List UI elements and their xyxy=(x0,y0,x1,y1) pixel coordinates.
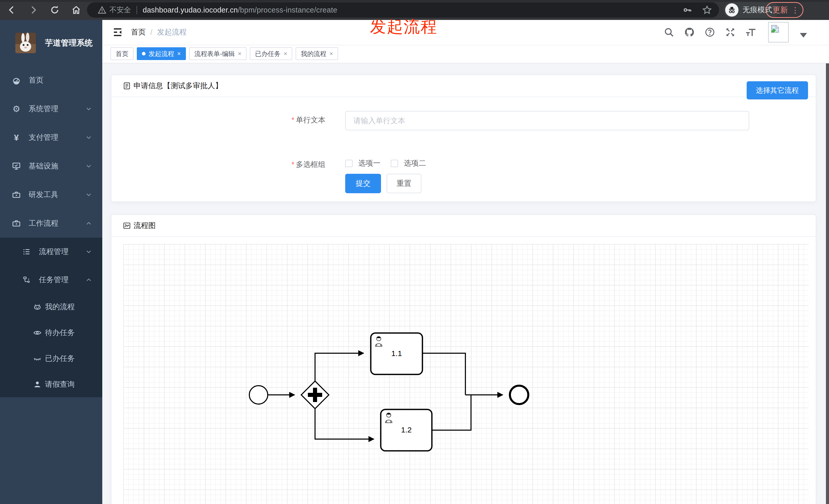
fullscreen-icon[interactable] xyxy=(724,26,737,39)
bookmark-star-icon[interactable] xyxy=(702,5,712,15)
chevron-down-icon xyxy=(85,248,93,256)
eye-closed-icon xyxy=(32,354,42,363)
sidebar-item-my-process[interactable]: 我的流程 xyxy=(0,294,102,320)
sidebar-item-system[interactable]: ⚙ 系统管理 xyxy=(0,94,102,123)
tag-tab-start-process[interactable]: 发起流程 × xyxy=(137,47,186,60)
user-avatar[interactable] xyxy=(768,22,789,42)
chevron-down-icon xyxy=(85,191,93,199)
close-icon[interactable]: × xyxy=(238,51,241,57)
bpmn-parallel-gateway[interactable] xyxy=(301,381,329,409)
browser-update-button[interactable]: 更新 ⋮ xyxy=(766,2,803,18)
chevron-up-icon xyxy=(85,276,93,284)
bpmn-user-task-1-2[interactable]: 1.2 xyxy=(381,410,432,451)
bpmn-user-task-1-1[interactable]: 1.1 xyxy=(371,333,423,375)
browser-tabstrip xyxy=(0,0,829,2)
url-path: /bpm/process-instance/create xyxy=(238,6,337,14)
chevron-down-icon xyxy=(85,162,93,170)
user-icon xyxy=(32,380,42,389)
robot-face-icon xyxy=(32,303,42,311)
tag-tab-my-process[interactable]: 我的流程 × xyxy=(296,47,338,60)
dashboard-icon xyxy=(11,76,22,85)
close-icon[interactable]: × xyxy=(284,51,287,57)
chevron-up-icon xyxy=(85,220,93,227)
tags-view-bar: 首页 发起流程 × 流程表单-编辑 × 已办任务 × 我的流程 × xyxy=(102,44,829,64)
browser-reload-button[interactable] xyxy=(48,3,61,16)
checkbox-group-label: *多选框组 xyxy=(291,159,326,170)
text-field-label: *单行文本 xyxy=(291,115,326,125)
choose-other-process-button[interactable]: 选择其它流程 xyxy=(747,81,808,100)
browser-back-button[interactable] xyxy=(5,3,19,16)
avatar-dropdown-caret[interactable] xyxy=(800,33,807,38)
sidebar: 芋道管理系统 首页 ⚙ 系统管理 ¥ 支付管理 基础设施 研发工具 工作流程 xyxy=(0,20,102,504)
url-host: dashboard.yudao.iocoder.cn xyxy=(143,6,238,14)
chevron-down-icon xyxy=(85,134,93,141)
checkbox-group: 选项一 选项二 xyxy=(345,158,426,168)
bpmn-end-event[interactable] xyxy=(510,386,528,404)
diagram-card-title: 流程图 xyxy=(134,221,156,231)
sidebar-item-devtools[interactable]: 研发工具 xyxy=(0,181,102,209)
tag-tab-done-tasks[interactable]: 已办任务 × xyxy=(250,47,292,60)
checkbox-icon[interactable] xyxy=(345,160,353,167)
sidebar-item-leave-query[interactable]: 请假查询 xyxy=(0,371,102,397)
chevron-down-icon xyxy=(85,105,93,113)
bpmn-start-event[interactable] xyxy=(249,386,268,404)
browser-menu-dots-icon[interactable]: ⋮ xyxy=(791,6,799,14)
url-separator xyxy=(137,6,137,14)
sidebar-item-home[interactable]: 首页 xyxy=(0,66,102,94)
single-line-text-input[interactable] xyxy=(345,111,749,130)
github-icon[interactable] xyxy=(683,26,696,39)
monitor-icon xyxy=(11,161,22,171)
flow-branch-icon xyxy=(22,275,32,284)
workflow-submenu: 流程管理 任务管理 我的流程 待办任务 已办任务 xyxy=(0,238,102,397)
sidebar-item-done-tasks[interactable]: 已办任务 xyxy=(0,346,102,371)
checkbox-option-1[interactable]: 选项一 xyxy=(345,158,381,168)
bpmn-canvas[interactable]: 1.1 1.2 xyxy=(123,244,808,504)
breadcrumb-home[interactable]: 首页 xyxy=(131,27,146,37)
sidebar-item-infrastructure[interactable]: 基础设施 xyxy=(0,152,102,181)
sidebar-item-task-mgmt[interactable]: 任务管理 xyxy=(0,266,102,294)
search-icon[interactable] xyxy=(662,26,676,39)
close-icon[interactable]: × xyxy=(177,51,181,57)
application-form-card: 申请信息【测试多审批人】 选择其它流程 *单行文本 *多选框组 选项一 选项二 … xyxy=(111,75,816,202)
breadcrumb-current: 发起流程 xyxy=(157,27,187,37)
sidebar-collapse-icon[interactable] xyxy=(111,26,124,38)
insecure-warning-icon[interactable] xyxy=(98,6,106,14)
picture-icon xyxy=(123,222,131,230)
eye-open-icon xyxy=(32,328,42,337)
active-dot xyxy=(142,52,145,55)
breadcrumb: 首页 / 发起流程 xyxy=(131,20,187,44)
browser-home-button[interactable] xyxy=(70,3,83,16)
yen-icon: ¥ xyxy=(11,133,22,142)
reset-button[interactable]: 重置 xyxy=(387,174,422,193)
svg-text:1.2: 1.2 xyxy=(401,426,412,434)
url-bar[interactable]: 不安全 dashboard.yudao.iocoder.cn/bpm/proce… xyxy=(87,2,719,17)
gear-icon: ⚙ xyxy=(11,105,22,113)
submit-button[interactable]: 提交 xyxy=(345,174,381,193)
password-key-icon[interactable] xyxy=(682,5,692,15)
app-title: 芋道管理系统 xyxy=(45,38,93,48)
checkbox-option-2[interactable]: 选项二 xyxy=(391,158,426,168)
red-annotation-text: 发起流程 xyxy=(370,16,437,38)
briefcase-icon xyxy=(11,219,22,228)
help-icon[interactable] xyxy=(703,26,717,39)
tag-tab-home[interactable]: 首页 xyxy=(110,47,134,60)
sidebar-item-payment[interactable]: ¥ 支付管理 xyxy=(0,123,102,152)
sidebar-item-process-mgmt[interactable]: 流程管理 xyxy=(0,238,102,266)
app-logo-row[interactable]: 芋道管理系统 xyxy=(0,20,102,66)
page-header: 首页 / 发起流程 xyxy=(102,20,829,44)
broken-image-icon xyxy=(770,24,780,34)
browser-forward-button[interactable] xyxy=(27,3,40,16)
document-icon xyxy=(123,82,131,90)
toolbox-icon xyxy=(11,190,22,199)
url-security-label[interactable]: 不安全 xyxy=(109,5,131,15)
font-size-icon[interactable] xyxy=(744,26,757,39)
breadcrumb-separator: / xyxy=(150,28,152,37)
page-scrollbar[interactable] xyxy=(826,20,829,504)
checkbox-icon[interactable] xyxy=(391,160,398,167)
sidebar-item-todo-tasks[interactable]: 待办任务 xyxy=(0,320,102,346)
sidebar-item-workflow[interactable]: 工作流程 xyxy=(0,209,102,238)
tag-tab-form-edit[interactable]: 流程表单-编辑 × xyxy=(189,47,247,60)
close-icon[interactable]: × xyxy=(329,51,333,57)
svg-text:1.1: 1.1 xyxy=(391,349,402,357)
incognito-icon xyxy=(725,3,738,16)
